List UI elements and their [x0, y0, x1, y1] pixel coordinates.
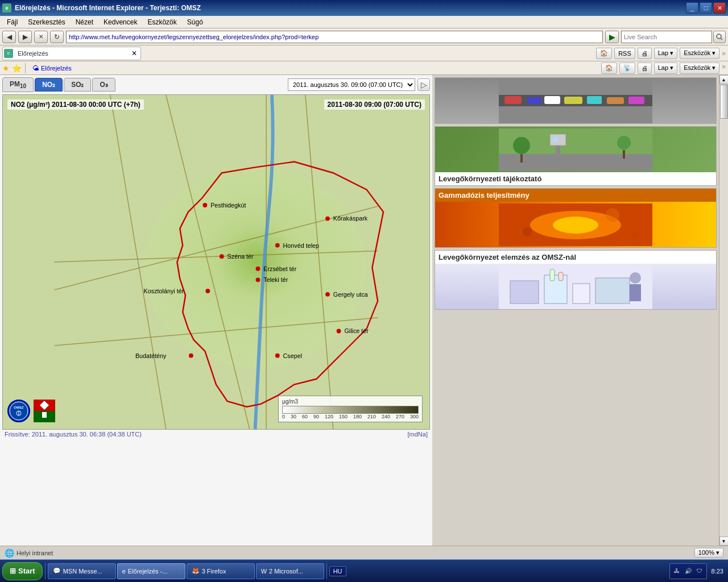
svg-point-65: [632, 231, 639, 238]
levego-title: Levegőkörnyezeti tájékoztató: [435, 172, 716, 185]
svg-point-62: [553, 217, 598, 234]
svg-point-32: [275, 354, 280, 358]
svg-point-56: [513, 137, 530, 154]
svg-rect-48: [587, 96, 602, 104]
search-input[interactable]: [621, 31, 712, 43]
favbar-rss-button[interactable]: 📡: [619, 63, 635, 74]
svg-point-73: [630, 272, 641, 284]
svg-rect-67: [510, 281, 539, 304]
search-box: [621, 31, 726, 43]
favbar-home-button[interactable]: 🏠: [601, 63, 617, 74]
taskbar-ie[interactable]: e Előrejelzés -...: [117, 563, 185, 579]
status-bar: 🌐 Helyi intranet 100% ▾: [0, 546, 728, 559]
address-bar: ◀ ▶ ✕ ↻ ▶: [0, 28, 728, 45]
favbar-extend-icon[interactable]: »: [722, 63, 726, 74]
status-text: Helyi intranet: [16, 550, 53, 556]
svg-line-1: [721, 38, 722, 40]
taskbar-msn[interactable]: 💬 MSN Messe...: [48, 563, 116, 579]
systray-network-icon[interactable]: 🖧: [672, 567, 681, 576]
svg-point-30: [189, 354, 193, 358]
add-favorites-icon[interactable]: ★: [2, 64, 10, 73]
tab-no2[interactable]: NO₂: [35, 78, 63, 92]
close-button[interactable]: ✕: [713, 2, 726, 14]
magnifier-icon: [716, 34, 723, 40]
time-advance-button[interactable]: ▷: [417, 78, 430, 91]
stop-button[interactable]: ✕: [34, 31, 48, 43]
time-select-area: 2011. augusztus 30. 09:00 (07:00 UTC) ▷: [288, 78, 430, 91]
forward-button[interactable]: ▶: [18, 31, 32, 43]
go-button[interactable]: ▶: [605, 31, 619, 43]
minimize-button[interactable]: _: [686, 2, 698, 14]
tab-pm10[interactable]: PM10: [2, 77, 34, 92]
svg-text:Kőrakáspark: Kőrakáspark: [333, 215, 368, 222]
toolbar-page-button[interactable]: Lap ▾: [654, 48, 677, 59]
msn-label: MSN Messe...: [63, 568, 102, 575]
systray-shield-icon[interactable]: 🛡: [695, 567, 704, 576]
search-button[interactable]: [713, 31, 726, 43]
toolbar-print-button[interactable]: 🖨: [638, 48, 652, 59]
svg-rect-55: [553, 137, 557, 142]
scroll-track: [719, 84, 729, 537]
frissitve-label: Frissítve: 2011. augusztus 30. 06:38 (04…: [5, 431, 142, 438]
start-label: Start: [18, 567, 35, 575]
tab-o3[interactable]: O₃: [92, 78, 115, 92]
svg-point-14: [325, 217, 330, 221]
svg-point-22: [256, 278, 260, 282]
legend-gradient-bar: [282, 406, 419, 414]
toolbar-home-button[interactable]: 🏠: [596, 48, 612, 59]
scroll-up-button[interactable]: ▲: [719, 75, 729, 84]
svg-text:Teleki tér: Teleki tér: [263, 277, 288, 284]
favbar-print-button[interactable]: 🖨: [638, 63, 652, 74]
sidebar-levego[interactable]: Levegőkörnyezeti tájékoztató: [435, 126, 717, 186]
menu-nezet[interactable]: Nézet: [71, 17, 98, 27]
refresh-button[interactable]: ↻: [50, 31, 64, 43]
favorites-star-icon[interactable]: ⭐: [12, 64, 22, 73]
toolbar-rss-button[interactable]: RSS: [614, 48, 635, 59]
language-button[interactable]: HU: [329, 566, 346, 576]
svg-rect-50: [628, 97, 644, 104]
tab-close-button[interactable]: ✕: [129, 47, 139, 60]
zoom-button[interactable]: 100% ▾: [694, 548, 723, 558]
address-input[interactable]: [66, 31, 603, 43]
back-button[interactable]: ◀: [2, 31, 16, 43]
svg-rect-54: [550, 134, 566, 146]
svg-point-63: [523, 227, 532, 236]
svg-text:Erzsébet tér: Erzsébet tér: [263, 265, 296, 272]
sidebar-elemzes[interactable]: Levegőkörnyezet elemzés az OMSZ-nál: [435, 250, 717, 310]
menu-fajl[interactable]: Fájl: [2, 17, 22, 27]
maximize-button[interactable]: □: [700, 2, 712, 14]
scroll-down-button[interactable]: ▼: [719, 537, 729, 546]
fav-icon: 🌤: [32, 64, 39, 72]
menu-szerkesztes[interactable]: Szerkesztés: [23, 17, 69, 27]
legend-label: μg/m3: [282, 398, 419, 405]
taskbar-word[interactable]: W 2 Microsof...: [256, 563, 324, 579]
svg-point-28: [337, 329, 341, 334]
taskbar-firefox[interactable]: 🦊 3 Firefox: [187, 563, 255, 579]
sidebar-traffic: [435, 77, 717, 124]
systray: 🖧 🔊 🛡: [669, 563, 707, 579]
svg-text:Csepel: Csepel: [283, 352, 303, 359]
start-button[interactable]: ⊞ Start: [2, 562, 43, 580]
toolbar-tools-button[interactable]: Eszközök ▾: [680, 48, 719, 59]
svg-point-0: [717, 34, 721, 39]
tabs-toolbar: e ✕ 🏠 RSS 🖨 Lap ▾ Eszközök ▾ »: [0, 45, 728, 61]
sidebar-gamma[interactable]: Gammadózis teljesítmény: [435, 188, 717, 248]
menu-eszkozok[interactable]: Eszközök: [143, 17, 181, 27]
time-select[interactable]: 2011. augusztus 30. 09:00 (07:00 UTC): [288, 78, 415, 91]
svg-text:Gilice tér: Gilice tér: [344, 328, 369, 335]
scroll-thumb[interactable]: [720, 85, 728, 119]
gamma-title: Gammadózis teljesítmény: [435, 189, 716, 202]
fav-item-elorejelzes[interactable]: 🌤 Előrejelzés: [29, 63, 75, 73]
systray-volume-icon[interactable]: 🔊: [684, 567, 693, 576]
taskbar-separator: [45, 563, 46, 579]
elemzes-title: Levegőkörnyezet elemzés az OMSZ-nál: [435, 251, 716, 264]
toolbar-extend-button[interactable]: »: [722, 49, 726, 57]
tab-input[interactable]: [15, 47, 129, 60]
favbar-page-button[interactable]: Lap ▾: [654, 63, 677, 74]
coat-logo: [34, 400, 55, 422]
menu-sugo[interactable]: Súgó: [183, 17, 208, 27]
mdna-label: [mdNa]: [408, 431, 428, 438]
favbar-tools-button[interactable]: Eszközök ▾: [680, 63, 719, 74]
tab-so2[interactable]: SO₂: [64, 78, 91, 92]
menu-kedvencek[interactable]: Kedvencek: [99, 17, 142, 27]
